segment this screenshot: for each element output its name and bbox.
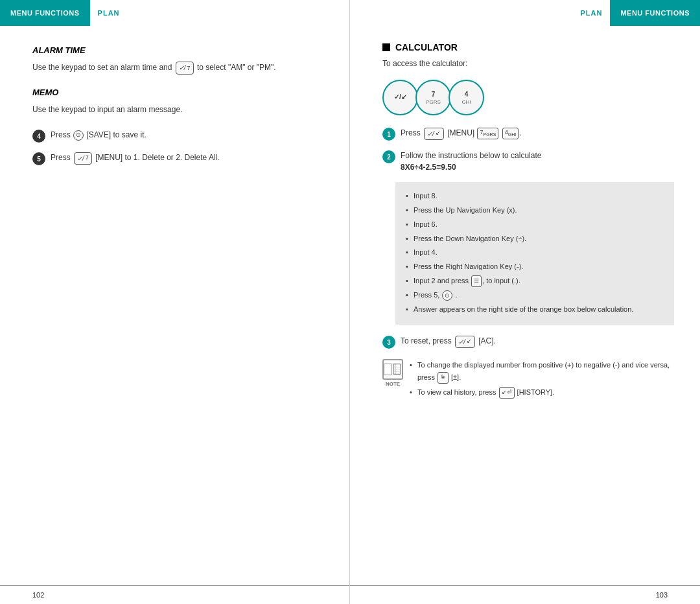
right-menu-functions-tab: MENU FUNCTIONS	[610, 0, 700, 26]
alarm-time-text: Use the keypad to set an alarm time and …	[32, 62, 317, 75]
instruction-item: Answer appears on the right side of the …	[406, 303, 664, 316]
alarm-time-title: ALARM TIME	[32, 45, 317, 55]
right-content: CALCULATOR To access the calculator: ✓/↙…	[350, 26, 700, 585]
menu-key-icon: ✓/7	[176, 62, 194, 75]
key-4ghi-circle: 4 GHI	[449, 80, 484, 115]
note-book-svg	[392, 363, 402, 376]
instruction-item: Press the Down Navigation Key (÷).	[406, 233, 664, 246]
instruction-item: Press 5, ⊙ .	[406, 289, 664, 302]
svg-rect-0	[393, 364, 401, 375]
calc-step-3-circle: 3	[382, 336, 395, 349]
alarm-time-section: ALARM TIME Use the keypad to set an alar…	[32, 45, 317, 75]
calc-step-2-text: Follow the instructions below to calcula…	[401, 150, 541, 173]
calc-step-2: 2 Follow the instructions below to calcu…	[382, 150, 674, 173]
calculator-keys-row: ✓/↙ 7 PGRS 4 GHI	[382, 80, 674, 115]
menu-key-circle: ✓/↙	[382, 80, 418, 115]
menu-key-ac-icon: ✓/↙	[455, 336, 475, 348]
key-7pgrs-circle: 7 PGRS	[415, 80, 451, 115]
step-5-circle: 5	[32, 152, 45, 165]
instruction-item: Input 2 and press ☰, to input (.).	[406, 275, 664, 288]
plus-minus-key-icon: 🖰	[438, 372, 449, 383]
note-content: • To change the displayed number from po…	[410, 359, 674, 398]
left-plan-label: PLAN	[90, 0, 128, 26]
note-icon-wrapper: NOTE	[382, 359, 403, 387]
calc-step-1-circle: 1	[382, 128, 395, 141]
right-page: PLAN MENU FUNCTIONS CALCULATOR To access…	[350, 0, 700, 604]
left-header: MENU FUNCTIONS PLAN	[0, 0, 349, 26]
instruction-item: Input 6.	[406, 218, 664, 231]
save-key-icon: ⊙	[73, 130, 84, 141]
calc-step-1: 1 Press ✓/↙ [MENU] 7PGRS 4GHI.	[382, 127, 674, 141]
note-label-text: NOTE	[382, 381, 403, 387]
left-footer: 102	[0, 585, 349, 604]
instruction-list: Input 8. Press the Up Navigation Key (x)…	[406, 190, 664, 316]
calc-step-3: 3 To reset, press ✓/↙ [AC].	[382, 335, 674, 349]
key-4-icon: 4GHI	[502, 128, 519, 139]
step-5: 5 Press ✓/7 [MENU] to 1. Delete or 2. De…	[32, 152, 317, 165]
instruction-item: Input 8.	[406, 190, 664, 203]
step-5-text: Press ✓/7 [MENU] to 1. Delete or 2. Dele…	[51, 152, 220, 164]
instruction-item: Press the Right Navigation Key (-).	[406, 261, 664, 273]
history-key-icon: ↙⏎	[499, 387, 515, 398]
key-7-icon: 7PGRS	[477, 128, 498, 139]
memo-title: MEMO	[32, 87, 317, 97]
left-page-number: 102	[32, 591, 44, 599]
left-content: ALARM TIME Use the keypad to set an alar…	[0, 26, 349, 585]
right-header: PLAN MENU FUNCTIONS	[350, 0, 700, 26]
step-4-circle: 4	[32, 130, 45, 143]
right-plan-label: PLAN	[572, 0, 610, 26]
left-page: MENU FUNCTIONS PLAN ALARM TIME Use the k…	[0, 0, 350, 604]
calc-step-2-circle: 2	[382, 150, 395, 163]
calculator-title: CALCULATOR	[382, 42, 674, 52]
memo-section: MEMO Use the keypad to input an alarm me…	[32, 87, 317, 116]
step-4-text: Press ⊙ [SAVE] to save it.	[51, 129, 146, 141]
instruction-box: Input 8. Press the Up Navigation Key (x)…	[395, 182, 674, 325]
right-footer: 103	[350, 585, 700, 604]
note-box: NOTE • To change the displayed number fr…	[382, 359, 674, 398]
left-menu-functions-tab: MENU FUNCTIONS	[0, 0, 90, 26]
calc-equation: 8X6÷4-2.5=9.50	[401, 163, 456, 172]
black-square-icon	[382, 43, 390, 51]
ok-key-icon: ⊙	[442, 290, 452, 301]
menu-key-calc-icon: ✓/↙	[424, 128, 444, 140]
calc-step-3-text: To reset, press ✓/↙ [AC].	[401, 335, 496, 347]
step-4: 4 Press ⊙ [SAVE] to save it.	[32, 129, 317, 143]
memo-text: Use the keypad to input an alarm message…	[32, 104, 317, 116]
right-page-number: 103	[656, 591, 668, 599]
note-item-1: • To change the displayed number from po…	[410, 359, 674, 383]
instruction-item: Input 4.	[406, 246, 664, 259]
calc-step-1-text: Press ✓/↙ [MENU] 7PGRS 4GHI.	[401, 127, 521, 139]
instruction-item: Press the Up Navigation Key (x).	[406, 204, 664, 217]
note-item-2: • To view cal history, press ↙⏎ [HISTORY…	[410, 386, 674, 399]
menu-key-step5-icon: ✓/7	[74, 152, 92, 165]
calculator-subtitle: To access the calculator:	[382, 58, 674, 70]
note-book-icon	[382, 359, 403, 380]
comma-key-icon: ☰	[471, 275, 482, 287]
